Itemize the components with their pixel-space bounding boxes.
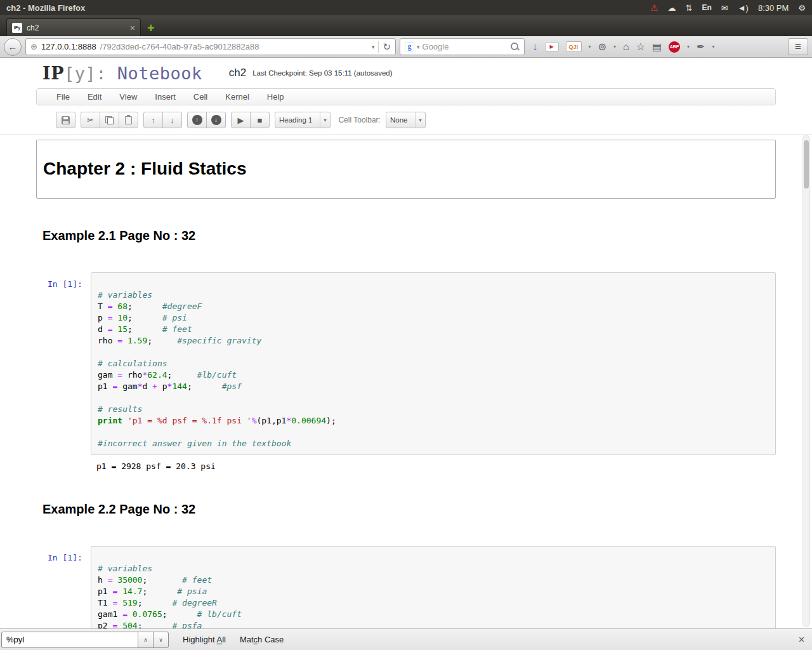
notebook-title[interactable]: ch2 [229,67,246,79]
play-icon: ▶ [238,116,244,125]
menu-help[interactable]: Help [267,92,284,102]
paste-cell-button[interactable] [119,112,138,128]
menu-edit[interactable]: Edit [88,92,102,102]
pen-dropdown-icon[interactable]: ▾ [712,44,715,50]
tab-bar: IPy ch2 × + [0,15,812,36]
window-title: ch2 - Mozilla Firefox [6,3,85,13]
insert-cell-above-button[interactable]: ↑ [187,112,207,128]
arrow-up-icon: ↑ [151,116,155,125]
find-close-icon[interactable]: × [799,635,804,645]
warning-indicator-icon[interactable]: ⚠ [650,3,658,13]
addon-icon[interactable]: ⊚ [598,41,606,53]
example-heading[interactable]: Example 2.1 Page No : 32 [43,229,776,243]
site-identity-icon[interactable]: ⊕ [30,42,37,51]
match-case-button[interactable]: Match Case [240,635,284,644]
search-icon[interactable] [510,42,520,51]
menu-insert[interactable]: Insert [155,92,176,102]
notebook-cells: Chapter 2 : Fluid StaticsExample 2.1 Pag… [0,135,812,628]
cell-toolbar-label: Cell Toolbar: [338,116,380,124]
qj-addon-icon[interactable]: QJ! [566,41,582,52]
find-bar: ∧ ∨ Highlight All Match Case × [0,628,812,650]
find-input[interactable] [1,632,138,648]
browser-tab-ch2[interactable]: IPy ch2 × [6,18,141,36]
paste-icon [125,116,132,124]
copy-cell-button[interactable] [100,112,119,128]
back-button[interactable]: ← [4,38,22,56]
save-button[interactable] [56,112,75,128]
example-heading[interactable]: Example 2.2 Page No : 32 [43,502,776,517]
chapter-heading: Chapter 2 : Fluid Statics [43,158,769,180]
hamburger-menu-button[interactable]: ≡ [788,38,808,55]
youtube-icon[interactable]: ▶ [545,42,559,51]
input-prompt: In [1]: [48,279,82,289]
menu-kernel[interactable]: Kernel [225,92,249,102]
reload-icon[interactable]: ↻ [383,41,391,53]
circle-arrow-down-icon: ↓ [211,115,221,125]
search-bar[interactable]: g ▾ Google [400,38,525,55]
new-tab-button[interactable]: + [147,22,155,34]
url-history-dropdown-icon[interactable]: ▾ [372,44,375,50]
abp-dropdown-icon[interactable]: ▾ [687,44,690,50]
cell-output: p1 = 2928 psf = 20.3 psi [96,461,776,472]
input-prompt: In [1]: [48,553,82,562]
ipython-logo[interactable]: IP[y]: Notebook [43,63,202,83]
bookmarks-sidebar-icon[interactable]: ▤ [652,41,662,53]
system-tray: ⚠ ☁ ⇅ En ✉ ◄) 8:30 PM ⚙ [650,3,806,13]
menu-file[interactable]: File [56,92,70,102]
addon-dropdown-icon[interactable]: ▾ [613,44,616,50]
engine-dropdown-icon[interactable]: ▾ [417,44,420,50]
qj-dropdown-icon[interactable]: ▾ [589,44,591,50]
url-separator [378,41,379,53]
downloads-icon[interactable]: ↓ [532,41,538,53]
find-next-button[interactable]: ∨ [153,632,169,648]
notebook-header: IP[y]: Notebook ch2 Last Checkpoint: Sep… [0,58,812,88]
cell-toolbar-select[interactable]: None ▾ [386,112,426,128]
interrupt-kernel-button[interactable]: ■ [250,112,270,128]
tab-close-icon[interactable]: × [130,23,135,32]
tab-favicon: IPy [12,23,22,33]
volume-icon[interactable]: ◄) [738,3,749,13]
url-bar[interactable]: ⊕ 127.0.0.1:8888/792d3ded-c764-40ab-97a5… [25,38,396,55]
network-sync-icon[interactable]: ⇅ [686,3,693,13]
keyboard-layout-indicator[interactable]: En [702,3,711,12]
run-cell-button[interactable]: ▶ [231,112,251,128]
tab-title: ch2 [27,23,126,32]
floppy-icon [62,116,70,124]
insert-cell-below-button[interactable]: ↓ [206,112,226,128]
code-input-area[interactable]: # variablesh = 35000; # feetp1 = 14.7; #… [91,546,776,628]
google-engine-icon[interactable]: g [405,42,414,51]
clock[interactable]: 8:30 PM [758,3,789,13]
session-gear-icon[interactable]: ⚙ [798,3,806,13]
url-host: 127.0.0.1:8888 [41,42,96,51]
highlight-all-button[interactable]: Highlight All [183,635,226,644]
menu-cell[interactable]: Cell [193,92,207,102]
cell-type-select[interactable]: Heading 1 ▾ [275,112,331,128]
adblock-plus-icon[interactable]: ABP [669,41,680,53]
code-cell[interactable]: In [1]: # variablesT = 68; #degreeFp = 1… [36,272,776,472]
url-path: /792d3ded-c764-40ab-97a5-ac9012882a88 [100,42,259,51]
find-previous-button[interactable]: ∧ [138,632,154,648]
pen-addon-icon[interactable]: ✒ [697,41,705,53]
select-caret-icon: ▾ [415,112,421,128]
code-cell[interactable]: In [1]: # variablesh = 35000; # feetp1 =… [36,546,776,628]
scrollbar-thumb[interactable] [804,140,809,189]
select-caret-icon: ▾ [320,112,326,128]
move-cell-up-button[interactable]: ↑ [143,112,163,128]
stop-icon: ■ [258,116,263,125]
menu-view[interactable]: View [119,92,137,102]
arrow-down-icon: ↓ [170,116,174,125]
move-cell-down-button[interactable]: ↓ [162,112,182,128]
browser-action-icons: ↓ ▶ QJ! ▾ ⊚ ▾ ⌂ ☆ ▤ ABP ▾ ✒ ▾ [532,41,715,53]
navigation-toolbar: ← ⊕ 127.0.0.1:8888/792d3ded-c764-40ab-97… [0,36,812,58]
code-input-area[interactable]: # variablesT = 68; #degreeFp = 10; # psi… [91,272,776,455]
system-menu-bar: ch2 - Mozilla Firefox ⚠ ☁ ⇅ En ✉ ◄) 8:30… [0,0,812,15]
bookmark-star-icon[interactable]: ☆ [636,41,645,53]
notebook-toolbar: ✂ ↑ ↓ ↑ ↓ ▶ ■ Heading 1 ▾ Cell Toolbar: … [56,112,426,128]
mail-icon[interactable]: ✉ [721,3,728,13]
checkpoint-status: Last Checkpoint: Sep 03 15:11 (autosaved… [252,69,392,77]
home-icon[interactable]: ⌂ [623,41,629,53]
cut-cell-button[interactable]: ✂ [81,112,100,128]
scrollbar-track[interactable] [802,135,810,627]
weather-cloud-icon[interactable]: ☁ [668,3,676,13]
heading-cell-selected[interactable]: Chapter 2 : Fluid Statics [36,140,776,199]
